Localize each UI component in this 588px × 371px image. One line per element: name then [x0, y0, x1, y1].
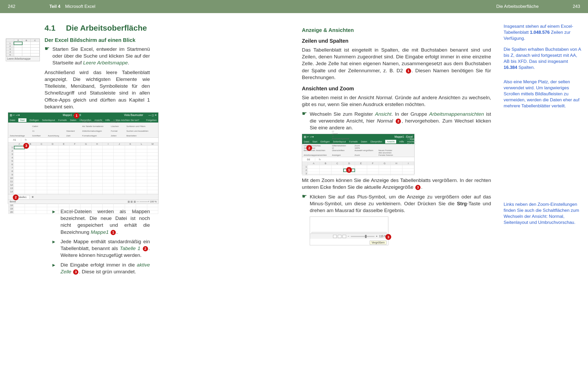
margin-thumbnail: ABC 1 2 3 4 5 Leere Arbeitsmappe [6, 38, 40, 61]
pointing-hand-icon: ☛ [302, 193, 307, 214]
margin-note: Also eine Menge Platz, der selten verwen… [504, 79, 582, 109]
callout-1: 1 [74, 113, 79, 119]
pointing-hand-icon: ☛ [302, 111, 307, 131]
content-right: Insgesamt stehen auf einem Excel-Tabelle… [294, 13, 588, 371]
app-label: Microsoft Excel [65, 4, 95, 9]
zoom-slider [351, 236, 374, 237]
tab: Hilfe [399, 140, 404, 143]
section-number: 4.1 [45, 24, 56, 32]
content-left: ABC 1 2 3 4 5 Leere Arbeitsmappe 4.1Die … [0, 13, 294, 371]
callout-3: 3 [385, 234, 391, 240]
paragraph: Anschließend wird das leere Tabellenblat… [45, 69, 150, 110]
mini-col: A [14, 39, 22, 42]
tell-me: ♀ Was möchten Sie tun? [407, 138, 416, 146]
bullet-icon: ▶ [52, 238, 55, 259]
formula-bar: fx [315, 158, 321, 161]
ribbon-group: Zwischenablage [10, 135, 25, 137]
qat-icons: ▥ ⤺ ⤻ ▾ [10, 114, 20, 117]
margin-note: Die Spalten erhalten Buchstaben von A bi… [504, 47, 582, 71]
ribbon-groups: Zwischenablage Calibri · 11Schriftart Au… [8, 123, 158, 138]
mini-row: 3 [6, 48, 14, 51]
page-left: 242 Teil 4 Microsoft Excel ABC 1 2 3 4 5… [0, 0, 294, 371]
paragraph-head: Ansichten und Zoom [302, 86, 491, 92]
excel-screenshot-view: ▥ ⤺ ⤻ ▾ Mappe1 - Excel Datei Start Einfü… [302, 134, 415, 174]
mini-row: 2 [6, 45, 14, 48]
tab: Datei [10, 119, 15, 121]
instruction: ☛ Klicken Sie auf das Plus-Symbol, um di… [302, 193, 491, 214]
callout-ref: 3 [415, 185, 421, 190]
paragraph: Mit dem Zoom können Sie die Anzeige des … [302, 177, 491, 191]
tab: Hilfe [105, 119, 110, 121]
ribbon-group: Sortieren und Filtern · Suchen und Auswä… [127, 125, 149, 137]
ribbon-group: Zoom 100% Auswahl vergrößern Zoom [355, 145, 373, 156]
running-header-left: 242 Teil 4 Microsoft Excel [0, 0, 294, 13]
sub-heading: Der Excel Bildschirm auf einen Blick [45, 37, 150, 43]
tab: Überprüfen [370, 140, 382, 143]
instruction-text: Starten Sie Excel, entweder im Startmenü… [52, 46, 150, 67]
mini-col: B [22, 39, 31, 42]
share-button: Freigeben [146, 119, 157, 121]
zoom-minus-icon: − [348, 235, 349, 238]
tooltip: Vergrößern [370, 241, 386, 245]
zoom-plus-icon: + [376, 235, 378, 238]
callout-3: 3 [23, 143, 29, 149]
bullet-item: ▶ Die Eingabe erfolgt immer in die aktiv… [45, 262, 150, 275]
status-text: Bereit [10, 200, 16, 203]
chapter-title: Die Arbeitsoberfläche [496, 4, 539, 9]
page-number: 242 [8, 4, 15, 9]
tab-active: Ansicht [385, 140, 396, 143]
paragraph: Das Tabellenblatt ist eingeteilt in Spal… [302, 47, 491, 81]
page-number: 243 [573, 4, 580, 9]
section-subhead: Anzeige & Ansichten [302, 27, 491, 33]
paragraph-head: Zeilen und Spalten [302, 38, 491, 44]
instruction: ☛ Wechseln Sie zum Register Ansicht. In … [302, 111, 491, 131]
tab: Daten [361, 140, 367, 143]
callout-ref: 1 [111, 230, 116, 235]
section-heading: 4.1Die Arbeitsoberfläche [45, 24, 150, 32]
sheet-tabs: Tabelle1 ⊕ [8, 194, 158, 200]
callout-ref: 2 [143, 246, 148, 251]
instruction: ☛ Starten Sie Excel, entweder im Startme… [45, 46, 150, 67]
mini-row: 4 [6, 51, 14, 53]
zoom-readout: ▥ ▥ ▥ — ─────+ 100 % [128, 200, 157, 203]
pointing-hand-icon: ☛ [45, 46, 50, 67]
ribbon-groups: Normal Umbruchvorschau Seitenlayout Benu… [302, 144, 414, 157]
ribbon-group: Bedingte FormatierungAls Tabelle formati… [82, 120, 104, 137]
callout-ref: 1 [406, 68, 411, 74]
margin-note: Links neben den Zoom-Einstellungen finde… [504, 202, 582, 226]
status-bar: Bereit ▥ ▥ ▥ — ─────+ 100 % [8, 200, 158, 204]
excel-user: Viola Baumuster [124, 114, 143, 117]
name-box: D2 [302, 158, 315, 161]
mini-caption: Leere Arbeitsmappe [6, 57, 40, 61]
tab: Formeln [349, 140, 358, 143]
ribbon-group: Calibri · 11Schriftart [32, 125, 41, 137]
callout-ref: 2 [396, 119, 401, 124]
excel-title: Mappe1 - Excel [20, 114, 124, 117]
mini-sheet: ABC 1 2 3 4 5 [6, 38, 40, 57]
link-leere-arbeitsmappe: Leere Arbeitsmappe [83, 60, 128, 65]
part-label: Teil 4 [49, 4, 60, 9]
ribbon-group: ☐ Lineal ☑ Bearbeitungsleiste ☑ Gitterne… [332, 130, 349, 156]
mini-row: 1 [6, 42, 14, 45]
callout-2: 2 [13, 195, 19, 200]
ribbon-group: Ausrichtung [48, 135, 59, 137]
view-switch-icons [333, 235, 346, 238]
zoom-bar-screenshot: − + 115 % Vergrößern 3 [310, 217, 388, 245]
ribbon-group: EinfügenLöschenFormatZellen [111, 120, 119, 137]
ribbon-group: Neues Fenster Alle anordnen Fenster fixi… [378, 149, 393, 156]
tab: Einfügen [30, 119, 39, 121]
page-right: Die Arbeitsoberfläche 243 Insgesamt steh… [294, 0, 588, 371]
cell-grid: ABCDEFGHI123 [302, 162, 414, 175]
formula-bar: fx [21, 139, 27, 141]
mini-row: 5 [6, 53, 14, 56]
excel-titlebar: ▥ ⤺ ⤻ ▾ Mappe1 - Excel [302, 134, 414, 139]
excel-screenshot-main: ▥ ⤺ ⤻ ▾ Mappe1 - Excel Viola Baumuster —… [8, 112, 159, 204]
add-sheet-icon: ⊕ [32, 196, 34, 198]
tab: Daten [70, 119, 76, 121]
running-header-right: Die Arbeitsoberfläche 243 [294, 0, 588, 13]
window-controls-icon: — ◻ ✕ [148, 114, 157, 117]
name-box-row: D2 fx [302, 157, 414, 162]
tab-active: Start [18, 118, 26, 122]
name-box-row: A1 fx [8, 138, 158, 142]
status-bar: − + 115 % [310, 234, 388, 239]
